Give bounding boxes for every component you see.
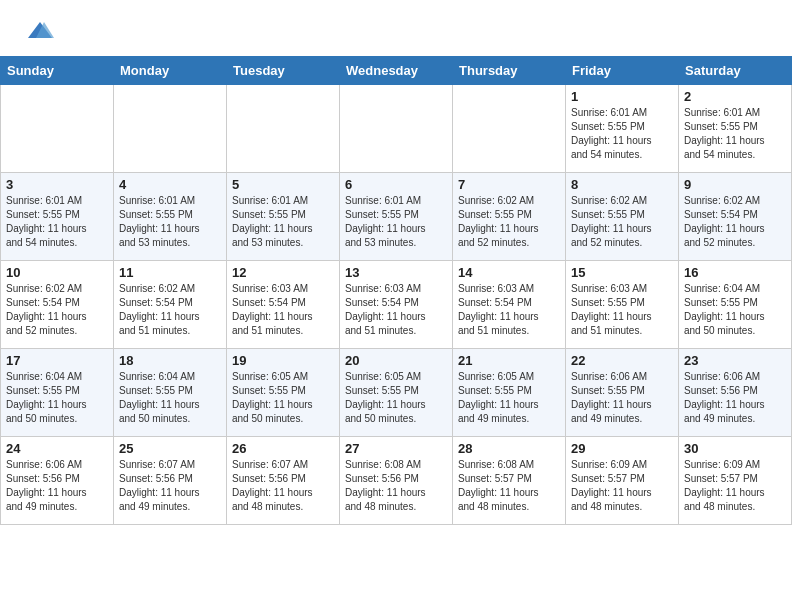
- calendar-cell: 6Sunrise: 6:01 AM Sunset: 5:55 PM Daylig…: [340, 173, 453, 261]
- day-number: 26: [232, 441, 334, 456]
- calendar-cell: 10Sunrise: 6:02 AM Sunset: 5:54 PM Dayli…: [1, 261, 114, 349]
- day-info: Sunrise: 6:09 AM Sunset: 5:57 PM Dayligh…: [571, 458, 673, 514]
- calendar-cell: 28Sunrise: 6:08 AM Sunset: 5:57 PM Dayli…: [453, 437, 566, 525]
- day-info: Sunrise: 6:04 AM Sunset: 5:55 PM Dayligh…: [6, 370, 108, 426]
- day-info: Sunrise: 6:01 AM Sunset: 5:55 PM Dayligh…: [345, 194, 447, 250]
- day-info: Sunrise: 6:02 AM Sunset: 5:54 PM Dayligh…: [684, 194, 786, 250]
- day-number: 20: [345, 353, 447, 368]
- day-info: Sunrise: 6:01 AM Sunset: 5:55 PM Dayligh…: [684, 106, 786, 162]
- calendar-cell: 26Sunrise: 6:07 AM Sunset: 5:56 PM Dayli…: [227, 437, 340, 525]
- calendar-cell: 5Sunrise: 6:01 AM Sunset: 5:55 PM Daylig…: [227, 173, 340, 261]
- calendar-cell: [114, 85, 227, 173]
- weekday-header-thursday: Thursday: [453, 57, 566, 85]
- calendar-cell: 2Sunrise: 6:01 AM Sunset: 5:55 PM Daylig…: [679, 85, 792, 173]
- day-number: 15: [571, 265, 673, 280]
- weekday-header-wednesday: Wednesday: [340, 57, 453, 85]
- day-number: 8: [571, 177, 673, 192]
- day-info: Sunrise: 6:02 AM Sunset: 5:55 PM Dayligh…: [571, 194, 673, 250]
- day-number: 3: [6, 177, 108, 192]
- day-number: 6: [345, 177, 447, 192]
- day-info: Sunrise: 6:08 AM Sunset: 5:56 PM Dayligh…: [345, 458, 447, 514]
- calendar-cell: 18Sunrise: 6:04 AM Sunset: 5:55 PM Dayli…: [114, 349, 227, 437]
- calendar-cell: 23Sunrise: 6:06 AM Sunset: 5:56 PM Dayli…: [679, 349, 792, 437]
- calendar-cell: 19Sunrise: 6:05 AM Sunset: 5:55 PM Dayli…: [227, 349, 340, 437]
- day-number: 16: [684, 265, 786, 280]
- day-number: 12: [232, 265, 334, 280]
- day-info: Sunrise: 6:02 AM Sunset: 5:55 PM Dayligh…: [458, 194, 560, 250]
- calendar-cell: 12Sunrise: 6:03 AM Sunset: 5:54 PM Dayli…: [227, 261, 340, 349]
- header: [0, 0, 792, 56]
- day-info: Sunrise: 6:03 AM Sunset: 5:54 PM Dayligh…: [232, 282, 334, 338]
- day-number: 11: [119, 265, 221, 280]
- day-info: Sunrise: 6:04 AM Sunset: 5:55 PM Dayligh…: [119, 370, 221, 426]
- day-number: 1: [571, 89, 673, 104]
- calendar-cell: 25Sunrise: 6:07 AM Sunset: 5:56 PM Dayli…: [114, 437, 227, 525]
- day-info: Sunrise: 6:01 AM Sunset: 5:55 PM Dayligh…: [6, 194, 108, 250]
- day-info: Sunrise: 6:06 AM Sunset: 5:56 PM Dayligh…: [6, 458, 108, 514]
- day-info: Sunrise: 6:03 AM Sunset: 5:55 PM Dayligh…: [571, 282, 673, 338]
- day-number: 13: [345, 265, 447, 280]
- day-number: 18: [119, 353, 221, 368]
- calendar-week-row: 1Sunrise: 6:01 AM Sunset: 5:55 PM Daylig…: [1, 85, 792, 173]
- day-number: 14: [458, 265, 560, 280]
- calendar-cell: 22Sunrise: 6:06 AM Sunset: 5:55 PM Dayli…: [566, 349, 679, 437]
- calendar-cell: 7Sunrise: 6:02 AM Sunset: 5:55 PM Daylig…: [453, 173, 566, 261]
- calendar-cell: [340, 85, 453, 173]
- calendar-week-row: 3Sunrise: 6:01 AM Sunset: 5:55 PM Daylig…: [1, 173, 792, 261]
- day-number: 2: [684, 89, 786, 104]
- calendar-header-row: SundayMondayTuesdayWednesdayThursdayFrid…: [1, 57, 792, 85]
- day-info: Sunrise: 6:01 AM Sunset: 5:55 PM Dayligh…: [119, 194, 221, 250]
- day-info: Sunrise: 6:09 AM Sunset: 5:57 PM Dayligh…: [684, 458, 786, 514]
- calendar-cell: [227, 85, 340, 173]
- day-number: 27: [345, 441, 447, 456]
- calendar: SundayMondayTuesdayWednesdayThursdayFrid…: [0, 56, 792, 525]
- day-number: 22: [571, 353, 673, 368]
- calendar-cell: 17Sunrise: 6:04 AM Sunset: 5:55 PM Dayli…: [1, 349, 114, 437]
- calendar-cell: 1Sunrise: 6:01 AM Sunset: 5:55 PM Daylig…: [566, 85, 679, 173]
- day-number: 23: [684, 353, 786, 368]
- calendar-cell: 13Sunrise: 6:03 AM Sunset: 5:54 PM Dayli…: [340, 261, 453, 349]
- day-number: 9: [684, 177, 786, 192]
- calendar-week-row: 24Sunrise: 6:06 AM Sunset: 5:56 PM Dayli…: [1, 437, 792, 525]
- calendar-week-row: 10Sunrise: 6:02 AM Sunset: 5:54 PM Dayli…: [1, 261, 792, 349]
- day-info: Sunrise: 6:04 AM Sunset: 5:55 PM Dayligh…: [684, 282, 786, 338]
- calendar-cell: 15Sunrise: 6:03 AM Sunset: 5:55 PM Dayli…: [566, 261, 679, 349]
- calendar-cell: 11Sunrise: 6:02 AM Sunset: 5:54 PM Dayli…: [114, 261, 227, 349]
- weekday-header-tuesday: Tuesday: [227, 57, 340, 85]
- weekday-header-sunday: Sunday: [1, 57, 114, 85]
- day-info: Sunrise: 6:07 AM Sunset: 5:56 PM Dayligh…: [119, 458, 221, 514]
- calendar-cell: 27Sunrise: 6:08 AM Sunset: 5:56 PM Dayli…: [340, 437, 453, 525]
- weekday-header-monday: Monday: [114, 57, 227, 85]
- calendar-cell: [453, 85, 566, 173]
- day-info: Sunrise: 6:03 AM Sunset: 5:54 PM Dayligh…: [458, 282, 560, 338]
- day-info: Sunrise: 6:05 AM Sunset: 5:55 PM Dayligh…: [232, 370, 334, 426]
- calendar-cell: 3Sunrise: 6:01 AM Sunset: 5:55 PM Daylig…: [1, 173, 114, 261]
- day-info: Sunrise: 6:05 AM Sunset: 5:55 PM Dayligh…: [458, 370, 560, 426]
- calendar-cell: 30Sunrise: 6:09 AM Sunset: 5:57 PM Dayli…: [679, 437, 792, 525]
- day-info: Sunrise: 6:07 AM Sunset: 5:56 PM Dayligh…: [232, 458, 334, 514]
- day-info: Sunrise: 6:02 AM Sunset: 5:54 PM Dayligh…: [119, 282, 221, 338]
- day-info: Sunrise: 6:01 AM Sunset: 5:55 PM Dayligh…: [571, 106, 673, 162]
- day-info: Sunrise: 6:06 AM Sunset: 5:56 PM Dayligh…: [684, 370, 786, 426]
- day-number: 28: [458, 441, 560, 456]
- day-number: 4: [119, 177, 221, 192]
- calendar-cell: 24Sunrise: 6:06 AM Sunset: 5:56 PM Dayli…: [1, 437, 114, 525]
- calendar-cell: 21Sunrise: 6:05 AM Sunset: 5:55 PM Dayli…: [453, 349, 566, 437]
- day-number: 10: [6, 265, 108, 280]
- calendar-week-row: 17Sunrise: 6:04 AM Sunset: 5:55 PM Dayli…: [1, 349, 792, 437]
- day-number: 25: [119, 441, 221, 456]
- day-number: 19: [232, 353, 334, 368]
- day-info: Sunrise: 6:05 AM Sunset: 5:55 PM Dayligh…: [345, 370, 447, 426]
- calendar-cell: 4Sunrise: 6:01 AM Sunset: 5:55 PM Daylig…: [114, 173, 227, 261]
- day-number: 30: [684, 441, 786, 456]
- calendar-cell: 9Sunrise: 6:02 AM Sunset: 5:54 PM Daylig…: [679, 173, 792, 261]
- logo-icon: [26, 18, 54, 46]
- weekday-header-saturday: Saturday: [679, 57, 792, 85]
- day-number: 17: [6, 353, 108, 368]
- day-info: Sunrise: 6:01 AM Sunset: 5:55 PM Dayligh…: [232, 194, 334, 250]
- calendar-cell: [1, 85, 114, 173]
- calendar-cell: 16Sunrise: 6:04 AM Sunset: 5:55 PM Dayli…: [679, 261, 792, 349]
- calendar-cell: 8Sunrise: 6:02 AM Sunset: 5:55 PM Daylig…: [566, 173, 679, 261]
- day-number: 5: [232, 177, 334, 192]
- day-number: 24: [6, 441, 108, 456]
